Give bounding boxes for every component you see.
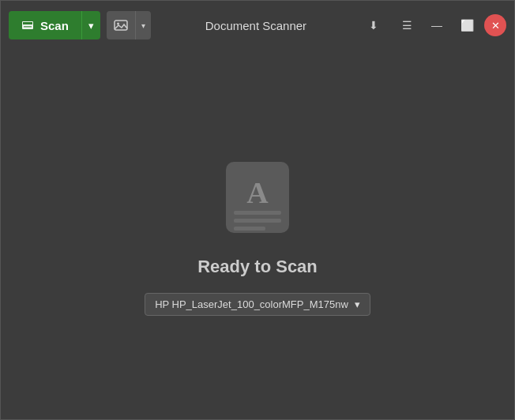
printer-dropdown-arrow: ▾: [355, 298, 360, 310]
svg-rect-9: [234, 227, 265, 231]
main-content: A Ready to Scan HP HP_LaserJet_100_color…: [1, 50, 514, 419]
scan-label: Scan: [40, 19, 69, 32]
window-controls: ⬇ ☰ — ⬜ ✕: [361, 13, 506, 38]
titlebar: Scan ▾ ▾ Document Scanner ⬇: [1, 1, 514, 50]
minimize-icon: —: [431, 19, 442, 32]
scan-icon: [21, 19, 34, 32]
menu-button[interactable]: ☰: [394, 13, 419, 38]
svg-point-4: [117, 23, 119, 25]
scan-dropdown-arrow: ▾: [88, 20, 94, 32]
menu-icon: ☰: [402, 19, 412, 32]
svg-rect-1: [23, 22, 32, 24]
image-button[interactable]: [107, 11, 135, 39]
app-window: Scan ▾ ▾ Document Scanner ⬇: [0, 0, 515, 420]
download-button[interactable]: ⬇: [361, 13, 386, 38]
scanner-illustration: A: [214, 154, 301, 241]
close-icon: ✕: [491, 20, 500, 32]
download-icon: ⬇: [369, 19, 378, 32]
window-title: Document Scanner: [157, 19, 355, 32]
scan-dropdown-button[interactable]: ▾: [81, 11, 100, 39]
minimize-button[interactable]: —: [424, 13, 449, 38]
ready-text: Ready to Scan: [197, 257, 318, 277]
scan-button-group: Scan ▾: [9, 11, 100, 39]
svg-rect-2: [24, 26, 32, 28]
printer-dropdown[interactable]: HP HP_LaserJet_100_colorMFP_M175nw ▾: [145, 293, 370, 316]
svg-rect-8: [234, 219, 281, 223]
close-button[interactable]: ✕: [484, 14, 506, 36]
maximize-icon: ⬜: [460, 19, 474, 32]
svg-text:A: A: [246, 176, 269, 209]
scan-button[interactable]: Scan: [9, 11, 81, 39]
svg-rect-7: [234, 211, 281, 215]
printer-name: HP HP_LaserJet_100_colorMFP_M175nw: [155, 298, 348, 310]
maximize-button[interactable]: ⬜: [454, 13, 479, 38]
image-button-group: ▾: [107, 11, 151, 39]
image-dropdown-button[interactable]: ▾: [135, 11, 151, 39]
image-icon: [114, 19, 128, 32]
image-dropdown-arrow: ▾: [141, 21, 145, 30]
